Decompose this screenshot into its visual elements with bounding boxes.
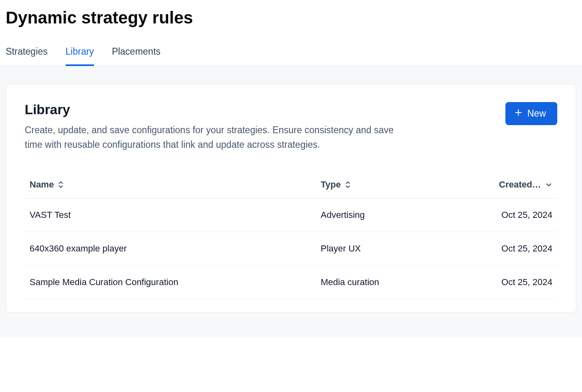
cell-type: Player UX xyxy=(316,232,441,266)
tab-strategies[interactable]: Strategies xyxy=(6,46,48,66)
cell-type: Media curation xyxy=(316,266,441,299)
cell-name: 640x360 example player xyxy=(25,232,316,266)
new-button-label: New xyxy=(527,108,546,119)
sort-icon xyxy=(345,181,351,188)
column-header-created-label: Created… xyxy=(499,179,541,190)
tab-placements[interactable]: Placements xyxy=(112,46,160,66)
table-row[interactable]: Sample Media Curation Configuration Medi… xyxy=(25,266,557,299)
cell-type: Advertising xyxy=(316,198,441,232)
tabs: Strategies Library Placements xyxy=(0,30,582,66)
column-header-name[interactable]: Name xyxy=(25,173,316,198)
cell-name: VAST Test xyxy=(25,198,316,232)
card-description: Create, update, and save configurations … xyxy=(25,123,414,152)
cell-created: Oct 25, 2024 xyxy=(441,232,557,266)
sort-icon xyxy=(58,181,64,188)
cell-name: Sample Media Curation Configuration xyxy=(25,266,316,299)
column-header-type-label: Type xyxy=(321,179,341,190)
tab-library[interactable]: Library xyxy=(66,46,94,66)
table-row[interactable]: VAST Test Advertising Oct 25, 2024 xyxy=(25,198,557,232)
column-header-name-label: Name xyxy=(30,179,54,190)
card-header: Library Create, update, and save configu… xyxy=(25,102,557,152)
card-header-text: Library Create, update, and save configu… xyxy=(25,102,414,152)
library-table: Name Type xyxy=(25,173,557,299)
cell-created: Oct 25, 2024 xyxy=(441,198,557,232)
content-area: Library Create, update, and save configu… xyxy=(0,66,582,337)
cell-created: Oct 25, 2024 xyxy=(441,266,557,299)
card-title: Library xyxy=(25,102,414,117)
page-title: Dynamic strategy rules xyxy=(0,0,582,30)
column-header-type[interactable]: Type xyxy=(316,173,441,198)
library-card: Library Create, update, and save configu… xyxy=(6,84,576,313)
chevron-down-icon xyxy=(545,181,552,188)
plus-icon xyxy=(514,108,522,119)
new-button[interactable]: New xyxy=(505,102,557,125)
page: Dynamic strategy rules Strategies Librar… xyxy=(0,0,582,392)
table-row[interactable]: 640x360 example player Player UX Oct 25,… xyxy=(25,232,557,266)
column-header-created[interactable]: Created… xyxy=(441,173,557,198)
